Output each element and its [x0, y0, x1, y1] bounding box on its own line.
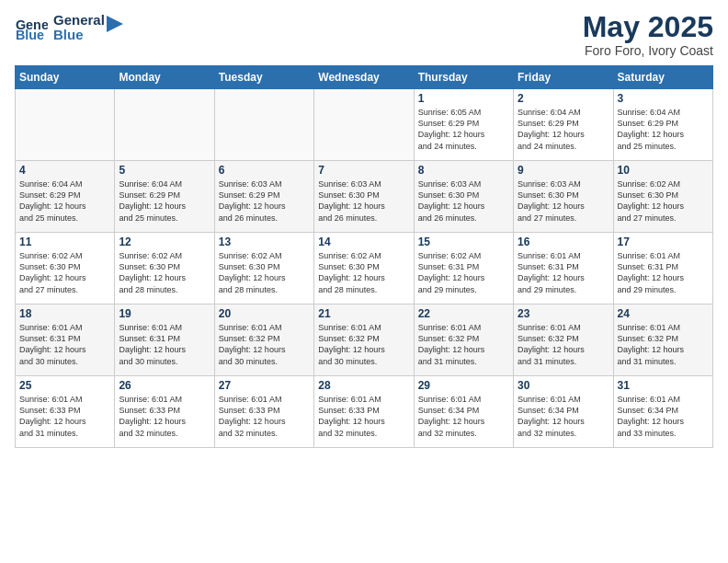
calendar-cell: 11Sunrise: 6:02 AMSunset: 6:30 PMDayligh… — [16, 233, 115, 304]
day-info: Sunrise: 6:04 AMSunset: 6:29 PMDaylight:… — [518, 107, 609, 152]
svg-text:Blue: Blue — [16, 28, 44, 42]
day-info: Sunrise: 6:04 AMSunset: 6:29 PMDaylight:… — [119, 178, 210, 224]
calendar-cell: 23Sunrise: 6:01 AMSunset: 6:32 PMDayligh… — [514, 304, 613, 376]
day-info: Sunrise: 6:05 AMSunset: 6:29 PMDaylight:… — [418, 107, 509, 152]
day-info: Sunrise: 6:01 AMSunset: 6:33 PMDaylight:… — [119, 394, 210, 439]
day-info: Sunrise: 6:02 AMSunset: 6:30 PMDaylight:… — [219, 250, 310, 295]
calendar-week-row: 25Sunrise: 6:01 AMSunset: 6:33 PMDayligh… — [16, 376, 713, 448]
day-info: Sunrise: 6:01 AMSunset: 6:34 PMDaylight:… — [418, 394, 509, 439]
day-info: Sunrise: 6:04 AMSunset: 6:29 PMDaylight:… — [618, 107, 709, 152]
day-info: Sunrise: 6:01 AMSunset: 6:33 PMDaylight:… — [318, 394, 409, 439]
day-number: 30 — [518, 379, 609, 392]
calendar-cell: 29Sunrise: 6:01 AMSunset: 6:34 PMDayligh… — [414, 376, 513, 448]
day-info: Sunrise: 6:01 AMSunset: 6:33 PMDaylight:… — [19, 394, 110, 439]
day-header-wednesday: Wednesday — [314, 66, 414, 89]
day-info: Sunrise: 6:01 AMSunset: 6:32 PMDaylight:… — [418, 322, 509, 367]
day-info: Sunrise: 6:03 AMSunset: 6:30 PMDaylight:… — [318, 178, 409, 224]
day-number: 25 — [19, 379, 110, 392]
day-info: Sunrise: 6:02 AMSunset: 6:30 PMDaylight:… — [318, 250, 409, 295]
day-info: Sunrise: 6:01 AMSunset: 6:31 PMDaylight:… — [119, 322, 210, 367]
calendar-cell: 18Sunrise: 6:01 AMSunset: 6:31 PMDayligh… — [16, 304, 115, 376]
calendar-week-row: 1Sunrise: 6:05 AMSunset: 6:29 PMDaylight… — [16, 89, 713, 161]
calendar-cell: 7Sunrise: 6:03 AMSunset: 6:30 PMDaylight… — [314, 161, 414, 233]
calendar-cell: 21Sunrise: 6:01 AMSunset: 6:32 PMDayligh… — [314, 304, 414, 376]
svg-marker-4 — [107, 16, 123, 32]
calendar-cell: 22Sunrise: 6:01 AMSunset: 6:32 PMDayligh… — [414, 304, 513, 376]
day-number: 9 — [518, 164, 609, 177]
day-number: 17 — [618, 236, 709, 248]
day-number: 12 — [119, 236, 210, 248]
day-header-tuesday: Tuesday — [214, 66, 313, 89]
calendar-cell: 13Sunrise: 6:02 AMSunset: 6:30 PMDayligh… — [214, 233, 313, 304]
day-header-saturday: Saturday — [613, 66, 712, 89]
calendar-cell: 4Sunrise: 6:04 AMSunset: 6:29 PMDaylight… — [16, 161, 115, 233]
calendar: SundayMondayTuesdayWednesdayThursdayFrid… — [15, 65, 713, 448]
calendar-cell: 12Sunrise: 6:02 AMSunset: 6:30 PMDayligh… — [115, 233, 214, 304]
calendar-cell: 31Sunrise: 6:01 AMSunset: 6:34 PMDayligh… — [613, 376, 712, 448]
general-blue-arrow-icon — [107, 16, 123, 32]
calendar-cell: 3Sunrise: 6:04 AMSunset: 6:29 PMDaylight… — [613, 89, 712, 161]
calendar-cell: 15Sunrise: 6:02 AMSunset: 6:31 PMDayligh… — [414, 233, 513, 304]
location: Foro Foro, Ivory Coast — [583, 43, 713, 58]
day-info: Sunrise: 6:02 AMSunset: 6:30 PMDaylight:… — [119, 250, 210, 295]
day-number: 23 — [518, 307, 609, 320]
day-number: 7 — [318, 164, 409, 177]
day-number: 29 — [418, 379, 509, 392]
calendar-cell — [115, 89, 214, 161]
day-number: 31 — [618, 379, 709, 392]
day-info: Sunrise: 6:03 AMSunset: 6:30 PMDaylight:… — [518, 178, 609, 224]
day-header-friday: Friday — [514, 66, 613, 89]
day-number: 4 — [19, 164, 110, 177]
calendar-cell: 5Sunrise: 6:04 AMSunset: 6:29 PMDaylight… — [115, 161, 214, 233]
day-number: 26 — [119, 379, 210, 392]
day-info: Sunrise: 6:03 AMSunset: 6:29 PMDaylight:… — [219, 178, 310, 224]
logo-text: General Blue — [53, 13, 105, 43]
day-number: 11 — [19, 236, 110, 248]
day-number: 10 — [618, 164, 709, 177]
day-number: 3 — [618, 92, 709, 105]
day-header-sunday: Sunday — [16, 66, 115, 89]
day-info: Sunrise: 6:01 AMSunset: 6:32 PMDaylight:… — [518, 322, 609, 367]
day-header-thursday: Thursday — [414, 66, 513, 89]
day-info: Sunrise: 6:01 AMSunset: 6:31 PMDaylight:… — [618, 250, 709, 295]
calendar-cell: 16Sunrise: 6:01 AMSunset: 6:31 PMDayligh… — [514, 233, 613, 304]
calendar-cell: 28Sunrise: 6:01 AMSunset: 6:33 PMDayligh… — [314, 376, 414, 448]
calendar-cell: 20Sunrise: 6:01 AMSunset: 6:32 PMDayligh… — [214, 304, 313, 376]
day-number: 19 — [119, 307, 210, 320]
day-info: Sunrise: 6:01 AMSunset: 6:31 PMDaylight:… — [518, 250, 609, 295]
day-number: 5 — [119, 164, 210, 177]
day-info: Sunrise: 6:01 AMSunset: 6:32 PMDaylight:… — [219, 322, 310, 367]
day-header-monday: Monday — [115, 66, 214, 89]
day-info: Sunrise: 6:01 AMSunset: 6:34 PMDaylight:… — [618, 394, 709, 439]
day-number: 24 — [618, 307, 709, 320]
day-number: 27 — [219, 379, 310, 392]
day-number: 14 — [318, 236, 409, 248]
calendar-cell: 10Sunrise: 6:02 AMSunset: 6:30 PMDayligh… — [613, 161, 712, 233]
day-number: 2 — [518, 92, 609, 105]
day-info: Sunrise: 6:01 AMSunset: 6:31 PMDaylight:… — [19, 322, 110, 367]
calendar-cell — [214, 89, 313, 161]
calendar-cell: 17Sunrise: 6:01 AMSunset: 6:31 PMDayligh… — [613, 233, 712, 304]
day-number: 22 — [418, 307, 509, 320]
general-blue-logo-icon: General Blue — [15, 11, 48, 44]
day-number: 13 — [219, 236, 310, 248]
calendar-cell — [314, 89, 414, 161]
day-number: 8 — [418, 164, 509, 177]
day-info: Sunrise: 6:01 AMSunset: 6:34 PMDaylight:… — [518, 394, 609, 439]
calendar-cell: 2Sunrise: 6:04 AMSunset: 6:29 PMDaylight… — [514, 89, 613, 161]
calendar-cell: 1Sunrise: 6:05 AMSunset: 6:29 PMDaylight… — [414, 89, 513, 161]
title-block: May 2025 Foro Foro, Ivory Coast — [583, 11, 713, 58]
day-number: 20 — [219, 307, 310, 320]
day-info: Sunrise: 6:01 AMSunset: 6:32 PMDaylight:… — [618, 322, 709, 367]
calendar-cell: 27Sunrise: 6:01 AMSunset: 6:33 PMDayligh… — [214, 376, 313, 448]
calendar-cell: 8Sunrise: 6:03 AMSunset: 6:30 PMDaylight… — [414, 161, 513, 233]
calendar-cell: 30Sunrise: 6:01 AMSunset: 6:34 PMDayligh… — [514, 376, 613, 448]
day-info: Sunrise: 6:02 AMSunset: 6:31 PMDaylight:… — [418, 250, 509, 295]
calendar-cell: 14Sunrise: 6:02 AMSunset: 6:30 PMDayligh… — [314, 233, 414, 304]
calendar-header-row: SundayMondayTuesdayWednesdayThursdayFrid… — [16, 66, 713, 89]
day-info: Sunrise: 6:01 AMSunset: 6:33 PMDaylight:… — [219, 394, 310, 439]
day-number: 16 — [518, 236, 609, 248]
calendar-cell: 26Sunrise: 6:01 AMSunset: 6:33 PMDayligh… — [115, 376, 214, 448]
calendar-week-row: 18Sunrise: 6:01 AMSunset: 6:31 PMDayligh… — [16, 304, 713, 376]
day-number: 21 — [318, 307, 409, 320]
